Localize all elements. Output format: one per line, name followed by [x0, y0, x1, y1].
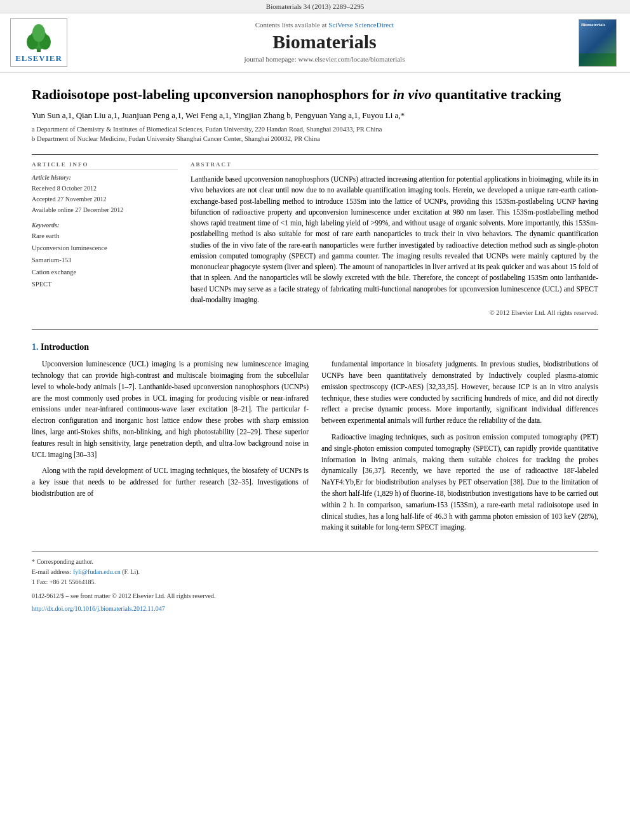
keyword-1: Rare earth [32, 230, 178, 243]
issn-line: 0142-9612/$ – see front matter © 2012 El… [32, 591, 598, 601]
section-heading: 1. Introduction [32, 342, 598, 352]
received-date: Received 8 October 2012 [32, 183, 178, 194]
affiliation-a: a Department of Chemistry & Institutes o… [32, 124, 598, 135]
history-label: Article history: [32, 174, 178, 181]
contents-line: Contents lists available at SciVerse Sci… [74, 21, 575, 29]
intro-para-2: Along with the rapid development of UCL … [32, 465, 309, 499]
affiliations: a Department of Chemistry & Institutes o… [32, 124, 598, 145]
introduction-section: 1. Introduction Upconversion luminescenc… [32, 342, 598, 538]
corresponding-note: * Corresponding author. [32, 557, 598, 567]
affiliation-b: b Department of Nuclear Medicine, Fudan … [32, 134, 598, 144]
doi-link[interactable]: http://dx.doi.org/10.1016/j.biomaterials… [32, 605, 165, 612]
intro-body-columns: Upconversion luminescence (UCL) imaging … [32, 359, 598, 538]
keywords-list: Rare earth Upconversion luminescence Sam… [32, 230, 178, 290]
intro-col-right: fundamental importance in biosafety judg… [321, 359, 598, 538]
abstract-col: ABSTRACT Lanthanide based upconversion n… [191, 161, 598, 316]
doi-line: http://dx.doi.org/10.1016/j.biomaterials… [32, 604, 598, 614]
intro-col-left: Upconversion luminescence (UCL) imaging … [32, 359, 309, 538]
elsevier-tree-icon [20, 22, 58, 53]
divider-2 [32, 329, 598, 330]
article-title: Radioisotope post-labeling upconversion … [32, 86, 598, 104]
journal-title: Biomaterials [74, 31, 575, 53]
thumb-label: Biomaterials [581, 22, 605, 27]
keyword-3: Samarium-153 [32, 255, 178, 267]
article-container: Radioisotope post-labeling upconversion … [0, 73, 630, 633]
info-abstract-section: ARTICLE INFO Article history: Received 8… [32, 161, 598, 316]
svg-point-4 [32, 24, 45, 42]
journal-header-bar: Biomaterials 34 (2013) 2289–2295 [0, 0, 630, 13]
article-dates: Received 8 October 2012 Accepted 27 Nove… [32, 183, 178, 215]
intro-para-1: Upconversion luminescence (UCL) imaging … [32, 359, 309, 460]
copyright-line: © 2012 Elsevier Ltd. All rights reserved… [191, 309, 598, 316]
keywords-label: Keywords: [32, 222, 178, 229]
journal-thumbnail: Biomaterials [575, 18, 620, 67]
email-note: E-mail address: fyli@fudan.edu.cn (F. Li… [32, 567, 598, 577]
footnote-1: 1 Fax: +86 21 55664185. [32, 577, 598, 587]
journal-homepage: journal homepage: www.elsevier.com/locat… [74, 55, 575, 63]
journal-center: Contents lists available at SciVerse Sci… [74, 18, 575, 67]
email-link[interactable]: fyli@fudan.edu.cn [73, 568, 121, 575]
article-info-col: ARTICLE INFO Article history: Received 8… [32, 161, 178, 316]
keyword-4: Cation exchange [32, 267, 178, 279]
available-date: Available online 27 December 2012 [32, 204, 178, 215]
abstract-title: ABSTRACT [191, 161, 598, 170]
footer-notes: * Corresponding author. E-mail address: … [32, 551, 598, 614]
keyword-5: SPECT [32, 279, 178, 291]
thumb-stripe [579, 53, 616, 66]
keyword-2: Upconversion luminescence [32, 243, 178, 255]
journal-ref: Biomaterials 34 (2013) 2289–2295 [266, 3, 364, 10]
elsevier-label: ELSEVIER [15, 53, 62, 63]
authors-line: Yun Sun a,1, Qian Liu a,1, Juanjuan Peng… [32, 110, 598, 121]
sciverse-link[interactable]: SciVerse ScienceDirect [328, 21, 394, 29]
divider-1 [32, 154, 598, 155]
intro-para-4: Radioactive imaging techniques, such as … [321, 432, 598, 533]
abstract-text: Lanthanide based upconversion nanophosph… [191, 174, 598, 305]
elsevier-logo: ELSEVIER [10, 18, 67, 67]
section-title-text: Introduction [41, 342, 89, 352]
accepted-date: Accepted 27 November 2012 [32, 194, 178, 204]
section-num: 1. [32, 342, 39, 352]
journal-banner: ELSEVIER Contents lists available at Sci… [0, 13, 630, 73]
intro-para-3: fundamental importance in biosafety judg… [321, 359, 598, 427]
article-info-title: ARTICLE INFO [32, 161, 178, 170]
journal-thumb-box: Biomaterials [579, 19, 617, 67]
